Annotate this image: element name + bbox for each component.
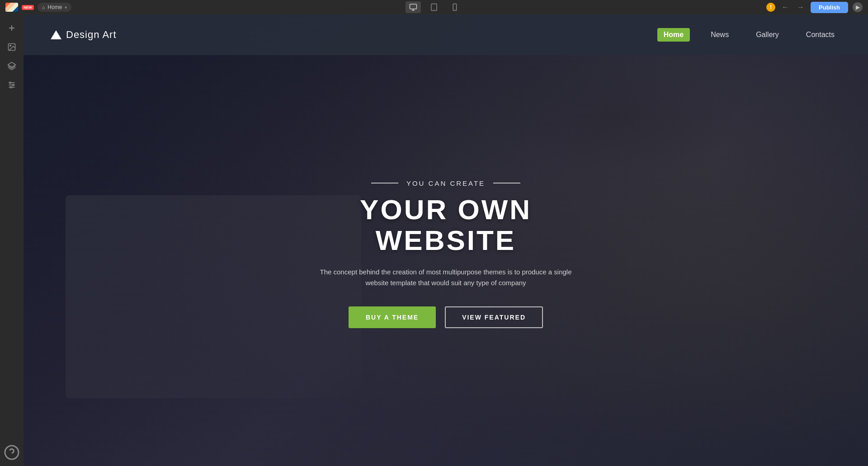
help-icon — [4, 444, 20, 461]
image-icon — [7, 42, 16, 52]
site-header: Design Art Home News Gallery Contacts — [24, 14, 868, 55]
view-featured-button[interactable]: VIEW FEATURED — [445, 306, 543, 328]
nav-item-contacts[interactable]: Contacts — [800, 28, 841, 42]
account-icon[interactable]: ▶ — [853, 2, 863, 12]
tagline-line-left — [371, 183, 398, 184]
hero-buttons: BUY A THEME VIEW FEATURED — [288, 306, 604, 328]
undo-button[interactable]: ← — [780, 2, 791, 12]
logo-triangle-icon — [51, 30, 61, 39]
os-bar-left: NEW ⌂ Home ▾ — [5, 3, 71, 12]
svg-point-16 — [13, 84, 14, 85]
settings-tool[interactable] — [4, 77, 20, 93]
new-badge: NEW — [22, 5, 34, 10]
desktop-view-button[interactable] — [406, 1, 421, 13]
layers-tool[interactable] — [4, 58, 20, 74]
home-label: Home — [47, 4, 62, 10]
publish-button[interactable]: Publish — [811, 2, 848, 13]
view-switcher — [406, 1, 462, 13]
site-logo-text: Design Art — [66, 29, 117, 41]
left-sidebar — [0, 14, 24, 466]
tagline-line-right — [493, 183, 520, 184]
redo-button[interactable]: → — [795, 2, 806, 12]
monitor-icon — [409, 3, 417, 11]
website-preview: Design Art Home News Gallery Contacts YO… — [24, 14, 868, 466]
layers-icon — [7, 61, 16, 71]
tablet-icon — [430, 3, 438, 11]
nav-item-news[interactable]: News — [704, 28, 735, 42]
buy-theme-button[interactable]: BUY A THEME — [349, 306, 436, 328]
svg-rect-0 — [410, 4, 417, 9]
nav-item-home[interactable]: Home — [657, 28, 690, 42]
chevron-down-icon: ▾ — [65, 5, 67, 10]
tagline-text: YOU CAN CREATE — [406, 179, 485, 187]
editor-layout: Design Art Home News Gallery Contacts YO… — [0, 14, 868, 466]
add-element-tool[interactable] — [4, 20, 20, 36]
mobile-view-button[interactable] — [447, 1, 462, 13]
warning-icon: ! — [766, 3, 775, 12]
svg-point-15 — [9, 82, 11, 83]
help-tool[interactable] — [4, 444, 20, 461]
svg-point-6 — [454, 9, 455, 10]
hero-title: YOUR OWN WEBSITE — [288, 194, 604, 256]
nav-item-gallery[interactable]: Gallery — [750, 28, 785, 42]
tablet-view-button[interactable] — [426, 1, 442, 13]
media-tool[interactable] — [4, 39, 20, 55]
site-nav: Home News Gallery Contacts — [657, 28, 841, 42]
os-bar-right: ! ← → Publish ▶ — [766, 2, 863, 13]
hero-tagline: YOU CAN CREATE — [288, 179, 604, 187]
svg-point-4 — [434, 9, 434, 10]
plus-icon — [7, 24, 16, 33]
os-bar: NEW ⌂ Home ▾ ! ← → Publish ▶ — [0, 0, 868, 14]
mobile-icon — [451, 3, 459, 11]
hero-description: The concept behind the creation of most … — [319, 267, 572, 288]
home-icon: ⌂ — [42, 5, 45, 10]
hero-content: YOU CAN CREATE YOUR OWN WEBSITE The conc… — [288, 152, 604, 328]
svg-point-10 — [10, 45, 11, 47]
sliders-icon — [7, 80, 16, 89]
app-logo-icon — [5, 3, 18, 12]
site-logo: Design Art — [51, 29, 117, 41]
home-pill[interactable]: ⌂ Home ▾ — [38, 3, 72, 12]
svg-point-17 — [10, 86, 12, 88]
canvas-area: Design Art Home News Gallery Contacts YO… — [24, 14, 868, 466]
